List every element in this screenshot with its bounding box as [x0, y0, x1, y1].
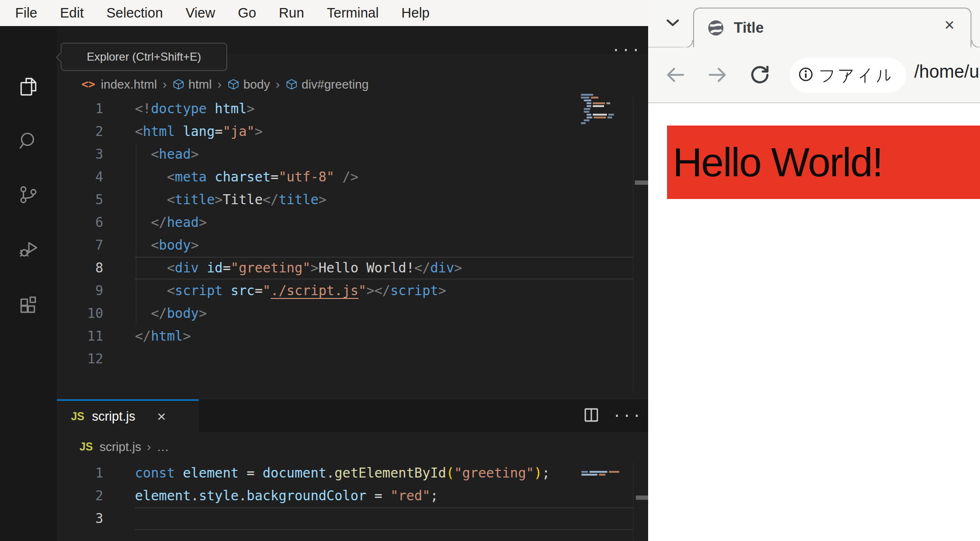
- line-number[interactable]: 11: [57, 325, 103, 348]
- breadcrumb-segment[interactable]: html: [188, 77, 212, 92]
- minimap[interactable]: [581, 94, 624, 125]
- breadcrumb-file[interactable]: index.html: [101, 77, 157, 92]
- panel-minimap-border: [633, 462, 633, 541]
- code-line-3[interactable]: 3 <head>: [57, 143, 648, 166]
- tab-flare-left: [685, 40, 694, 48]
- html-editor[interactable]: 1<!doctype html>2<html lang="ja">3 <head…: [57, 98, 648, 393]
- tab-close-icon[interactable]: ×: [944, 15, 954, 35]
- tab-script-js[interactable]: JS script.js ×: [57, 399, 199, 432]
- screen: FileEditSelectionViewGoRunTerminalHelp ·…: [0, 0, 980, 541]
- line-content: </body>: [135, 302, 207, 325]
- code-line-1[interactable]: 1const element = document.getElementById…: [57, 462, 648, 485]
- explorer-tooltip: Explorer (Ctrl+Shift+E): [61, 43, 227, 71]
- line-number[interactable]: 5: [57, 189, 103, 211]
- line-content: </head>: [135, 211, 207, 234]
- menu-file[interactable]: File: [4, 0, 49, 26]
- tab-close-icon[interactable]: ×: [157, 408, 166, 425]
- globe-favicon: [707, 19, 724, 36]
- line-content: <div id="greeting">Hello World!</div>: [135, 257, 462, 280]
- scrollbar-thumb[interactable]: [635, 180, 648, 185]
- editor-more-actions-icon[interactable]: ···: [612, 42, 641, 58]
- site-info-chip[interactable]: [790, 58, 906, 93]
- js-file-icon: JS: [80, 441, 93, 453]
- url-text[interactable]: /home/u: [914, 62, 979, 82]
- menu-help[interactable]: Help: [390, 0, 441, 26]
- browser-toolbar: /home/u: [648, 47, 980, 103]
- breadcrumb[interactable]: <>index.html›html›body›div#greeting: [57, 71, 648, 98]
- code-line-4[interactable]: 4 <meta charset="utf-8" />: [57, 166, 648, 189]
- line-number[interactable]: 1: [57, 462, 103, 485]
- reload-icon[interactable]: [746, 61, 774, 89]
- menu-go[interactable]: Go: [226, 0, 267, 26]
- breadcrumb-separator: ›: [276, 77, 280, 92]
- panel-breadcrumb[interactable]: JS script.js › …: [57, 432, 648, 462]
- browser-tab-strip: Title ×: [648, 0, 980, 47]
- breadcrumb-segment[interactable]: body: [243, 77, 270, 92]
- breadcrumb-separator: ›: [162, 77, 167, 92]
- forward-icon[interactable]: [703, 61, 731, 89]
- line-content: <head>: [135, 143, 199, 166]
- line-content: </html>: [135, 325, 191, 348]
- line-content: <title>Title</title>: [135, 189, 327, 211]
- line-number[interactable]: 3: [57, 507, 103, 530]
- code-line-9[interactable]: 9 <script src="./script.js"></script>: [57, 280, 648, 302]
- code-line-7[interactable]: 7 <body>: [57, 234, 648, 257]
- code-line-10[interactable]: 10 </body>: [57, 302, 648, 325]
- panel-scrollbar-thumb[interactable]: [636, 496, 648, 500]
- line-number[interactable]: 2: [57, 485, 103, 507]
- menu-view[interactable]: View: [174, 0, 226, 26]
- line-content: <script src="./script.js"></script>: [135, 280, 446, 302]
- code-line-2[interactable]: 2<html lang="ja">: [57, 120, 648, 143]
- html-file-icon: <>: [81, 78, 95, 91]
- tab-label: script.js: [92, 409, 135, 424]
- back-icon[interactable]: [661, 61, 690, 89]
- line-number[interactable]: 2: [57, 120, 103, 143]
- code-line-8[interactable]: 8 <div id="greeting">Hello World!</div>: [57, 257, 648, 280]
- menu-selection[interactable]: Selection: [95, 0, 174, 26]
- line-number[interactable]: 6: [57, 211, 103, 234]
- code-line-2[interactable]: 2element.style.backgroundColor = "red";: [57, 485, 648, 507]
- line-number[interactable]: 1: [57, 98, 103, 120]
- browser-viewport: Hello World!: [648, 103, 980, 541]
- tab-search-chevron-icon[interactable]: [666, 18, 680, 27]
- code-line-1[interactable]: 1<!doctype html>: [57, 98, 648, 120]
- code-line-3[interactable]: 3: [57, 507, 648, 530]
- symbol-cube-icon: [285, 78, 298, 90]
- line-number[interactable]: 8: [57, 257, 103, 280]
- search-icon[interactable]: [18, 130, 39, 152]
- source-control-icon[interactable]: [18, 184, 39, 206]
- menu-edit[interactable]: Edit: [49, 0, 95, 26]
- explorer-icon[interactable]: [18, 76, 39, 98]
- split-editor-icon[interactable]: [583, 407, 600, 425]
- line-content: <!doctype html>: [135, 98, 255, 120]
- extensions-icon[interactable]: [18, 295, 39, 316]
- menu-terminal[interactable]: Terminal: [315, 0, 390, 26]
- js-editor[interactable]: 1const element = document.getElementById…: [57, 462, 648, 541]
- symbol-cube-icon: [227, 78, 240, 90]
- line-content: element.style.backgroundColor = "red";: [135, 485, 438, 507]
- code-line-6[interactable]: 6 </head>: [57, 211, 648, 234]
- js-file-icon: JS: [71, 410, 84, 423]
- info-icon[interactable]: [798, 67, 813, 84]
- panel-minimap[interactable]: [581, 471, 632, 477]
- code-line-5[interactable]: 5 <title>Title</title>: [57, 189, 648, 211]
- line-number[interactable]: 9: [57, 280, 103, 302]
- line-content: <html lang="ja">: [135, 120, 263, 143]
- run-debug-icon[interactable]: [18, 238, 39, 260]
- code-line-11[interactable]: 11</html>: [57, 325, 648, 348]
- breadcrumb-file[interactable]: script.js: [99, 440, 141, 454]
- browser-window: Title ×: [648, 0, 980, 541]
- line-number[interactable]: 10: [57, 302, 103, 325]
- line-number[interactable]: 12: [57, 348, 103, 370]
- breadcrumb-more[interactable]: …: [157, 440, 169, 454]
- line-content: <body>: [135, 234, 199, 257]
- browser-tab[interactable]: Title ×: [693, 8, 971, 47]
- panel-more-actions-icon[interactable]: ···: [613, 407, 642, 424]
- line-number[interactable]: 3: [57, 143, 103, 166]
- menu-run[interactable]: Run: [267, 0, 315, 26]
- code-line-12[interactable]: 12: [57, 348, 648, 370]
- line-number[interactable]: 7: [57, 234, 103, 257]
- breadcrumb-segment[interactable]: div#greeting: [302, 77, 369, 92]
- greeting-div: Hello World!: [667, 126, 980, 199]
- line-number[interactable]: 4: [57, 166, 103, 189]
